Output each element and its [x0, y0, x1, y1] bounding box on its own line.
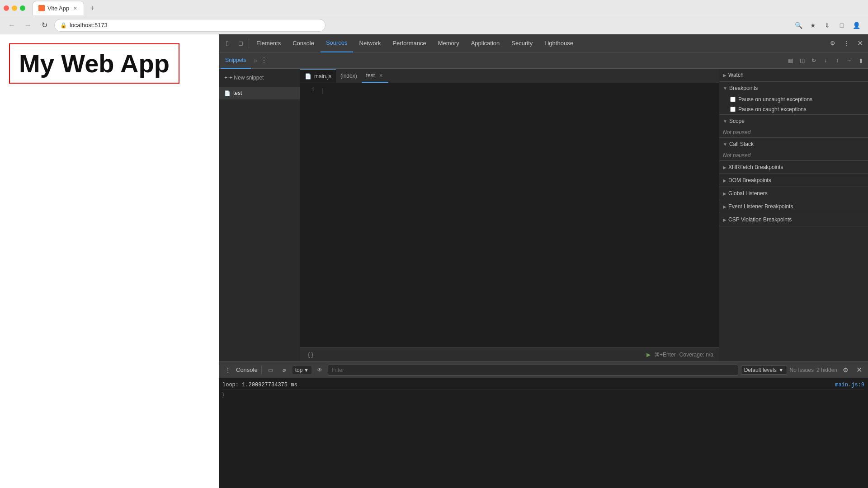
prompt-arrow: 〉 — [222, 391, 224, 398]
dom-arrow: ▶ — [723, 178, 726, 183]
tab-network[interactable]: Network — [354, 34, 387, 52]
callstack-label: Call Stack — [729, 141, 754, 147]
close-traffic-light[interactable] — [4, 5, 9, 11]
event-header[interactable]: ▶ Event Listener Breakpoints — [719, 200, 868, 213]
new-snippet-button[interactable]: + + New snippet — [222, 71, 296, 84]
editor-footer: { } ▶ ⌘+Enter Coverage: n/a — [300, 347, 719, 361]
device-toolbar-button[interactable]: ◻ — [234, 37, 247, 50]
watch-label: Watch — [728, 72, 744, 78]
subtab-snippets[interactable]: Snippets — [221, 52, 251, 69]
sources-refresh-button[interactable]: ↻ — [808, 55, 819, 66]
callstack-header[interactable]: ▼ Call Stack — [719, 138, 868, 150]
scope-not-paused: Not paused — [719, 127, 868, 137]
devtools-close-button[interactable]: ✕ — [854, 37, 866, 50]
tab-manager-button[interactable]: □ — [835, 19, 848, 32]
sidebar-header: + + New snippet — [219, 69, 300, 87]
pause-caught-option: Pause on caught exceptions — [719, 104, 868, 114]
profile-button[interactable]: 👤 — [850, 19, 863, 32]
tab-console[interactable]: Console — [287, 34, 320, 52]
more-options-button[interactable]: ⋮ — [260, 56, 268, 65]
minimize-traffic-light[interactable] — [12, 5, 17, 11]
sources-grid-button[interactable]: ▦ — [785, 55, 796, 66]
breakpoints-header[interactable]: ▼ Breakpoints — [719, 82, 868, 94]
pretty-print-button[interactable]: { } — [306, 350, 316, 360]
forward-button[interactable]: → — [22, 19, 34, 32]
xhr-header[interactable]: ▶ XHR/fetch Breakpoints — [719, 161, 868, 174]
bookmark-button[interactable]: ★ — [807, 19, 819, 32]
coverage-label: Coverage: n/a — [679, 352, 713, 358]
csp-header[interactable]: ▶ CSP Violation Breakpoints — [719, 213, 868, 226]
sources-step-up-button[interactable]: ↑ — [832, 55, 843, 66]
sources-next-button[interactable]: → — [844, 55, 854, 66]
global-section: ▶ Global Listeners — [719, 187, 868, 200]
watch-section: ▶ Watch — [719, 69, 868, 82]
right-panel: ▶ Watch ▼ Breakpoints Pa — [719, 69, 868, 361]
lock-icon: 🔒 — [60, 22, 67, 28]
dom-header[interactable]: ▶ DOM Breakpoints — [719, 174, 868, 187]
watch-header[interactable]: ▶ Watch — [719, 69, 868, 81]
sources-layout-button[interactable]: ◫ — [797, 55, 807, 66]
webpage-viewport: My Web App — [0, 34, 219, 488]
console-eye-button[interactable]: 👁 — [314, 365, 325, 375]
file-tab-main-js[interactable]: 📄 main.js — [300, 69, 336, 83]
editor-footer-left: { } — [306, 350, 316, 360]
tab-close-button[interactable]: ✕ — [72, 5, 78, 11]
event-label: Event Listener Breakpoints — [728, 203, 793, 210]
pause-uncaught-checkbox[interactable] — [730, 97, 736, 102]
inspect-element-button[interactable]: ▯ — [221, 37, 233, 50]
sources-step-over-button[interactable]: ↓ — [820, 55, 831, 66]
tab-sources[interactable]: Sources — [321, 34, 353, 52]
file-tab-label-index: (index) — [340, 73, 357, 79]
file-tab-close-test[interactable]: ✕ — [377, 72, 384, 79]
csp-section: ▶ CSP Violation Breakpoints — [719, 213, 868, 226]
console-title: Console — [236, 366, 258, 373]
dom-label: DOM Breakpoints — [728, 177, 771, 183]
back-button[interactable]: ← — [5, 19, 18, 32]
tab-elements[interactable]: Elements — [251, 34, 286, 52]
reload-button[interactable]: ↻ — [38, 19, 51, 32]
console-settings-button[interactable]: ⚙ — [840, 365, 851, 375]
more-tabs-arrow[interactable]: » — [252, 56, 259, 65]
url-bar[interactable]: 🔒 localhost:5173 — [54, 19, 326, 32]
console-more-button[interactable]: ⋮ — [222, 365, 233, 375]
new-tab-button[interactable]: + — [86, 2, 99, 14]
console-close-button[interactable]: ✕ — [854, 365, 864, 375]
sources-deactivate-button[interactable]: ▮ — [855, 55, 866, 66]
webapp-title: My Web App — [9, 43, 179, 84]
subtoolbar-right: ▦ ◫ ↻ ↓ ↑ → ▮ — [785, 55, 866, 66]
editor-text-area[interactable] — [318, 83, 719, 347]
levels-select[interactable]: Default levels ▼ — [741, 366, 787, 375]
editor-content: 1 — [300, 83, 719, 347]
tab-performance[interactable]: Performance — [387, 34, 431, 52]
file-tab-index[interactable]: (index) — [336, 69, 362, 83]
browser-tab-active[interactable]: Vite App ✕ — [33, 1, 84, 15]
scope-section: ▼ Scope Not paused — [719, 115, 868, 138]
console-block-button[interactable]: ⌀ — [279, 365, 290, 375]
pause-caught-checkbox[interactable] — [730, 107, 736, 112]
tab-security[interactable]: Security — [506, 34, 538, 52]
context-label: top — [295, 367, 303, 373]
devtools-settings-button[interactable]: ⚙ — [826, 37, 839, 50]
console-clear-button[interactable]: ▭ — [265, 365, 276, 375]
file-tab-test[interactable]: test ✕ — [362, 69, 388, 83]
devtools-toolbar: ▯ ◻ Elements Console Sources Network Per… — [219, 34, 868, 52]
console-log-source[interactable]: main.js:9 — [835, 382, 864, 388]
console-filter-input[interactable] — [328, 365, 738, 375]
scope-header[interactable]: ▼ Scope — [719, 115, 868, 127]
download-button[interactable]: ⇓ — [821, 19, 834, 32]
global-header[interactable]: ▶ Global Listeners — [719, 187, 868, 200]
line-numbers: 1 — [300, 83, 318, 347]
run-shortcut-label: ⌘+Enter — [654, 352, 676, 358]
tab-memory[interactable]: Memory — [433, 34, 465, 52]
devtools-more-button[interactable]: ⋮ — [840, 37, 853, 50]
tab-application[interactable]: Application — [466, 34, 505, 52]
context-selector[interactable]: top ▼ — [292, 366, 312, 374]
console-log-row-1: loop: 1.200927734375 ms main.js:9 — [222, 381, 864, 389]
maximize-traffic-light[interactable] — [20, 5, 25, 11]
file-tabs-bar: 📄 main.js (index) test ✕ — [300, 69, 719, 83]
tab-lighthouse[interactable]: Lighthouse — [539, 34, 579, 52]
file-tab-icon-main: 📄 — [305, 73, 311, 80]
snippet-item-test[interactable]: 📄 test — [219, 87, 300, 99]
browser-tab-bar: Vite App ✕ + — [33, 1, 99, 15]
zoom-button[interactable]: 🔍 — [792, 19, 805, 32]
